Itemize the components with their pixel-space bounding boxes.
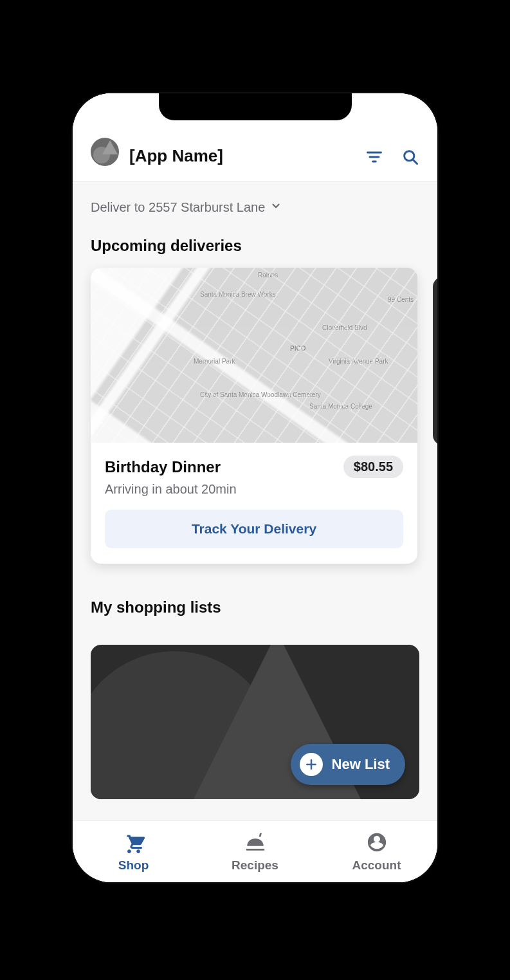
deliveries-carousel[interactable]: Santa Monica Brew Works Memorial Park PI… — [73, 268, 437, 564]
svg-line-4 — [413, 160, 417, 164]
filter-icon[interactable] — [365, 148, 383, 166]
next-delivery-card-peek[interactable] — [433, 277, 437, 445]
account-icon — [366, 831, 388, 856]
app-title: [App Name] — [129, 146, 355, 166]
phone-frame: [App Name] — [73, 93, 437, 882]
header-actions — [365, 148, 419, 166]
delivery-order-name: Birthday Dinner — [105, 458, 221, 476]
shopping-lists-heading: My shopping lists — [73, 564, 437, 629]
device-notch — [159, 93, 352, 120]
shopping-list-card[interactable]: New List — [91, 645, 419, 799]
chevron-down-icon — [270, 200, 282, 215]
plus-icon — [300, 753, 323, 776]
tab-shop-label: Shop — [118, 858, 149, 873]
delivery-address-selector[interactable]: Deliver to 2557 Starburst Lane — [73, 182, 437, 227]
delivery-map-preview: Santa Monica Brew Works Memorial Park PI… — [91, 268, 417, 443]
tab-account-label: Account — [352, 858, 401, 873]
cart-icon — [123, 831, 145, 856]
new-list-label: New List — [332, 756, 390, 773]
new-list-button[interactable]: New List — [291, 744, 405, 785]
upcoming-deliveries-heading: Upcoming deliveries — [73, 227, 437, 268]
app-screen: [App Name] — [73, 93, 437, 882]
search-icon[interactable] — [401, 148, 419, 166]
delivery-eta-text: Arriving in about 20min — [105, 482, 403, 497]
food-icon — [244, 831, 266, 856]
tab-recipes[interactable]: Recipes — [194, 821, 316, 882]
delivery-card-row: Birthday Dinner $80.55 — [105, 456, 403, 478]
tab-recipes-label: Recipes — [232, 858, 278, 873]
tab-account[interactable]: Account — [316, 821, 437, 882]
content-area: Deliver to 2557 Starburst Lane Upcoming … — [73, 182, 437, 820]
app-logo-icon — [91, 138, 119, 166]
delivery-address-text: Deliver to 2557 Starburst Lane — [91, 200, 265, 215]
delivery-price-badge: $80.55 — [343, 456, 403, 478]
tab-shop[interactable]: Shop — [73, 821, 194, 882]
bottom-nav: Shop Recipes Account — [73, 820, 437, 882]
delivery-card-body: Birthday Dinner $80.55 Arriving in about… — [91, 443, 417, 564]
delivery-card[interactable]: Santa Monica Brew Works Memorial Park PI… — [91, 268, 417, 564]
track-delivery-button[interactable]: Track Your Delivery — [105, 510, 403, 548]
